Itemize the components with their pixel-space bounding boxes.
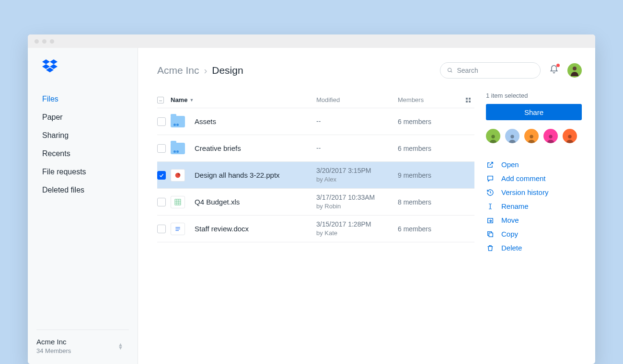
person-icon <box>569 65 580 76</box>
chevron-updown-icon: ▲▼ <box>118 343 123 350</box>
file-modified: -- <box>316 144 398 153</box>
action-delete[interactable]: Delete <box>486 244 582 252</box>
svg-point-13 <box>510 135 514 138</box>
row-checkbox[interactable] <box>157 171 166 180</box>
file-name: Q4 Budget.xls <box>195 198 316 206</box>
file-members: 9 members <box>398 171 474 179</box>
search-box[interactable] <box>440 62 541 79</box>
svg-point-0 <box>448 68 451 71</box>
sidebar-item-files[interactable]: Files <box>28 90 138 108</box>
sidebar-item-sharing[interactable]: Sharing <box>28 126 138 145</box>
sidebar-nav: Files Paper Sharing Recents File request… <box>28 90 138 199</box>
breadcrumb-separator: › <box>204 65 207 76</box>
person-icon <box>545 133 556 143</box>
member-avatars <box>486 129 582 143</box>
search-input[interactable] <box>457 67 533 74</box>
app-window: Files Paper Sharing Recents File request… <box>28 34 595 364</box>
sidebar: Files Paper Sharing Recents File request… <box>28 48 138 364</box>
svg-rect-19 <box>489 233 493 237</box>
action-open[interactable]: Open <box>486 160 582 169</box>
action-history[interactable]: Version history <box>486 188 582 196</box>
sidebar-item-deleted-files[interactable]: Deleted files <box>28 181 138 199</box>
person-icon <box>488 133 498 143</box>
app-logo[interactable] <box>28 59 138 90</box>
action-comment[interactable]: Add comment <box>486 174 582 182</box>
svg-point-16 <box>568 135 571 138</box>
member-avatar[interactable] <box>563 129 577 143</box>
share-button[interactable]: Share <box>486 104 582 120</box>
row-checkbox[interactable] <box>157 117 166 126</box>
person-icon <box>565 133 575 143</box>
row-checkbox[interactable] <box>157 198 166 206</box>
grid-icon <box>466 98 471 102</box>
user-avatar[interactable] <box>567 63 582 78</box>
person-icon <box>507 133 518 143</box>
action-label: Copy <box>501 230 518 238</box>
file-actions: OpenAdd commentVersion historyRenameMove… <box>486 160 582 252</box>
sort-caret-down-icon: ▼ <box>189 98 194 102</box>
svg-point-15 <box>549 135 552 138</box>
row-checkbox[interactable] <box>157 144 166 153</box>
svg-point-2 <box>573 67 577 70</box>
row-checkbox[interactable] <box>157 225 166 233</box>
rename-icon <box>486 203 495 210</box>
notifications-button[interactable] <box>549 65 559 76</box>
table-row[interactable]: Staff review.docx3/15/2017 1:28PMby Kate… <box>157 216 474 242</box>
member-avatar[interactable] <box>486 129 500 143</box>
move-icon <box>486 216 495 224</box>
file-modified: 3/20/2017 3:15PMby Alex <box>316 166 398 183</box>
sidebar-item-recents[interactable]: Recents <box>28 145 138 163</box>
team-switcher[interactable]: Acme Inc 34 Members ▲▼ <box>36 330 129 354</box>
svg-line-1 <box>451 71 452 73</box>
comment-icon <box>486 175 495 182</box>
file-modified: 3/17/2017 10:33AMby Robin <box>316 193 398 210</box>
copy-icon <box>486 230 495 238</box>
delete-icon <box>486 244 495 252</box>
action-move[interactable]: Move <box>486 216 582 224</box>
main-content: Acme Inc › Design <box>138 48 595 364</box>
breadcrumb-parent[interactable]: Acme Inc <box>157 65 199 76</box>
column-header-modified[interactable]: Modified <box>316 96 398 103</box>
file-name: Assets <box>195 117 316 125</box>
window-dot-close[interactable] <box>35 39 39 44</box>
breadcrumb-current: Design <box>212 65 243 76</box>
window-dot-minimize[interactable] <box>42 39 46 44</box>
file-members: 8 members <box>398 198 474 206</box>
table-row[interactable]: Q4 Budget.xls3/17/2017 10:33AMby Robin8 … <box>157 189 474 216</box>
file-modified: -- <box>316 117 398 126</box>
notification-dot <box>556 64 560 67</box>
file-name: Staff review.docx <box>195 225 316 233</box>
table-row[interactable]: Design all hands 3-22.pptx3/20/2017 3:15… <box>157 162 474 189</box>
team-name: Acme Inc <box>36 338 71 346</box>
member-avatar[interactable] <box>524 129 539 143</box>
window-dot-zoom[interactable] <box>50 39 54 44</box>
file-members: 6 members <box>398 145 474 152</box>
dropbox-icon <box>42 59 58 73</box>
action-rename[interactable]: Rename <box>486 202 582 210</box>
folder-icon <box>171 116 185 127</box>
powerpoint-icon <box>171 169 185 182</box>
svg-point-14 <box>530 135 533 138</box>
table-row[interactable]: Assets--6 members <box>157 108 474 135</box>
table-row[interactable]: Creative briefs--6 members <box>157 135 474 162</box>
select-all-checkbox[interactable]: – <box>157 97 164 103</box>
action-label: Rename <box>501 202 529 210</box>
action-copy[interactable]: Copy <box>486 230 582 238</box>
column-header-name[interactable]: Name ▼ <box>171 96 316 103</box>
folder-icon <box>171 143 185 154</box>
column-header-members[interactable]: Members <box>398 96 424 103</box>
file-members: 6 members <box>398 225 474 233</box>
view-toggle-button[interactable] <box>466 98 474 102</box>
window-titlebar <box>28 34 595 48</box>
history-icon <box>486 189 495 196</box>
action-label: Delete <box>501 244 522 252</box>
action-label: Add comment <box>501 174 546 182</box>
sidebar-item-paper[interactable]: Paper <box>28 108 138 126</box>
sidebar-item-file-requests[interactable]: File requests <box>28 163 138 181</box>
member-avatar[interactable] <box>505 129 519 143</box>
breadcrumb: Acme Inc › Design <box>157 65 243 76</box>
details-rail: 1 item selected Share OpenAdd commentVer… <box>486 92 582 252</box>
action-label: Open <box>501 160 519 169</box>
member-avatar[interactable] <box>543 129 558 143</box>
excel-icon <box>171 196 185 208</box>
